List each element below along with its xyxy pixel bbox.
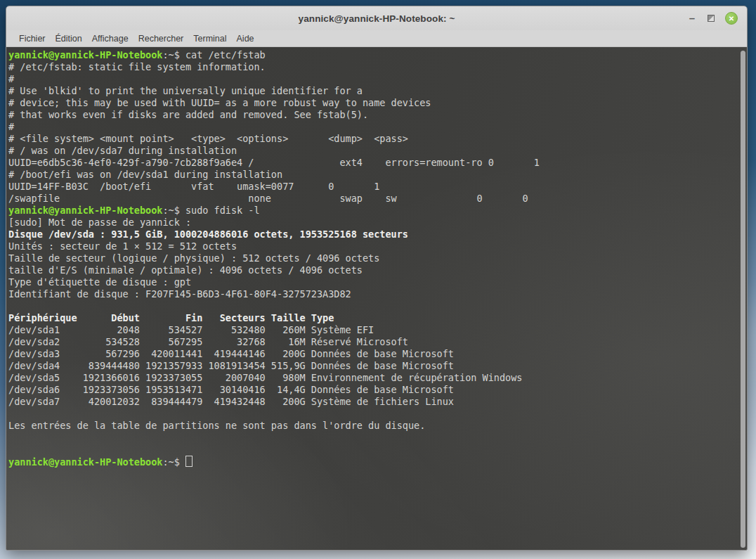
terminal-line: # device; this may be used with UUID= as…	[8, 97, 737, 109]
terminal-content[interactable]: yannick@yannick-HP-Notebook:~$ cat /etc/…	[6, 47, 747, 550]
terminal-line: /swapfile none swap sw 0 0	[8, 193, 737, 205]
desktop-wallpaper: { "window": { "title": "yannick@yannick-…	[0, 0, 756, 559]
terminal-line: # /etc/fstab: static file system informa…	[8, 61, 737, 73]
terminal-line: UUID=14FF-B03C /boot/efi vfat umask=0077…	[8, 181, 737, 193]
menu-item-terminal[interactable]: Terminal	[188, 32, 231, 45]
terminal-line: /dev/sda1 2048 534527 532480 260M Systèm…	[8, 324, 737, 336]
menubar: Fichier Édition Affichage Rechercher Ter…	[6, 30, 747, 47]
terminal-line: Unités : secteur de 1 × 512 = 512 octets	[8, 240, 737, 252]
terminal-line: # that works even if disks are added and…	[8, 109, 737, 121]
maximize-button[interactable]	[708, 15, 715, 22]
terminal-line	[8, 432, 737, 444]
menu-item-rechercher[interactable]: Rechercher	[133, 32, 189, 45]
terminal-line: #	[8, 121, 737, 133]
titlebar[interactable]: yannick@yannick-HP-Notebook: ~ – ✕	[6, 6, 747, 30]
terminal-line	[8, 444, 737, 456]
terminal-line: #	[8, 73, 737, 85]
terminal-line: /dev/sda7 420012032 839444479 419432448 …	[8, 396, 737, 408]
terminal-line: /dev/sda5 1921366016 1923373055 2007040 …	[8, 372, 737, 384]
terminal-line: # / was on /dev/sda7 during installation	[8, 145, 737, 157]
terminal-line: taille d'E/S (minimale / optimale) : 409…	[8, 264, 737, 276]
terminal-line: yannick@yannick-HP-Notebook:~$ cat /etc/…	[8, 49, 737, 61]
terminal-line: yannick@yannick-HP-Notebook:~$	[8, 456, 737, 468]
window-controls: – ✕	[687, 6, 738, 30]
scrollbar-thumb[interactable]	[741, 51, 745, 548]
close-button[interactable]: ✕	[725, 12, 738, 25]
terminal-line: /dev/sda3 567296 420011441 419444146 200…	[8, 348, 737, 360]
terminal-line: # Use 'blkid' to print the universally u…	[8, 85, 737, 97]
terminal-line: [sudo] Mot de passe de yannick :	[8, 217, 737, 229]
terminal-cursor	[185, 456, 193, 467]
terminal-line: # /boot/efi was on /dev/sda1 during inst…	[8, 169, 737, 181]
menu-item-affichage[interactable]: Affichage	[87, 32, 133, 45]
terminal-line	[8, 300, 737, 312]
terminal-line: /dev/sda6 1923373056 1953513471 30140416…	[8, 384, 737, 396]
terminal-line: Les entrées de la table de partitions ne…	[8, 420, 737, 432]
menu-item-edition[interactable]: Édition	[51, 32, 87, 45]
terminal-line: Disque /dev/sda : 931,5 GiB, 10002048860…	[8, 229, 737, 240]
terminal-line: Identifiant de disque : F207F145-B6D3-4F…	[8, 288, 737, 300]
maximize-icon	[708, 15, 715, 22]
terminal-output: yannick@yannick-HP-Notebook:~$ cat /etc/…	[8, 49, 737, 550]
terminal-line: /dev/sda2 534528 567295 32768 16M Réserv…	[8, 336, 737, 348]
terminal-line: # <file system> <mount point> <type> <op…	[8, 133, 737, 145]
menu-item-fichier[interactable]: Fichier	[14, 32, 51, 45]
window-title: yannick@yannick-HP-Notebook: ~	[299, 13, 455, 24]
minimize-button[interactable]: –	[687, 15, 697, 22]
terminal-window: yannick@yannick-HP-Notebook: ~ – ✕ Fichi…	[6, 6, 748, 551]
terminal-line: UUID=e6db5c36-4ef0-429f-a790-7cb288f9a6e…	[8, 157, 737, 169]
terminal-line: Type d'étiquette de disque : gpt	[8, 276, 737, 288]
terminal-line: /dev/sda4 839444480 1921357933 108191345…	[8, 360, 737, 372]
menu-item-aide[interactable]: Aide	[232, 32, 259, 45]
terminal-line: Taille de secteur (logique / physique) :…	[8, 252, 737, 264]
terminal-line: Périphérique Début Fin Secteurs Taille T…	[8, 312, 737, 324]
terminal-line: yannick@yannick-HP-Notebook:~$ sudo fdis…	[8, 205, 737, 217]
terminal-line	[8, 408, 737, 420]
